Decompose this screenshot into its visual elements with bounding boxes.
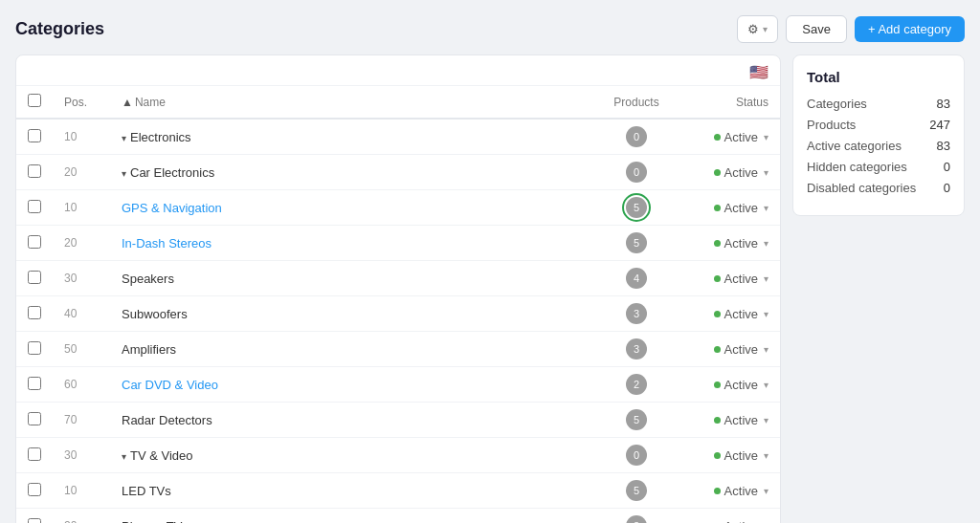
main-content: 🇺🇸 Pos. ▲ Name P <box>15 54 965 523</box>
sidebar-stat-label: Categories <box>807 97 867 111</box>
products-badge: 4 <box>626 268 647 289</box>
cell-status[interactable]: Active▾ <box>684 226 780 261</box>
cell-status[interactable]: Active▾ <box>684 403 780 438</box>
status-chevron-icon[interactable]: ▾ <box>764 450 768 461</box>
sidebar-stat-label: Products <box>807 118 856 132</box>
status-text: Active <box>724 130 758 144</box>
status-chevron-icon[interactable]: ▾ <box>764 380 768 390</box>
expand-icon[interactable]: ▾ <box>122 133 126 143</box>
category-name: Car Electronics <box>130 165 214 180</box>
th-checkbox <box>16 86 53 119</box>
products-badge: 5 <box>626 232 647 253</box>
flag-icon: 🇺🇸 <box>749 63 768 81</box>
products-badge: 0 <box>626 126 647 147</box>
cell-name[interactable]: GPS & Navigation <box>110 190 589 226</box>
cell-products[interactable]: 5 <box>589 190 684 226</box>
cell-status[interactable]: Active▾ <box>684 155 780 190</box>
cell-status[interactable]: Active▾ <box>684 119 780 155</box>
cell-name: ▾ Electronics <box>110 119 589 155</box>
cell-status[interactable]: Active▾ <box>684 332 780 367</box>
cell-pos: 30 <box>53 438 110 473</box>
category-name: Electronics <box>130 130 191 144</box>
sidebar-stat-value: 0 <box>944 181 950 195</box>
cell-products[interactable]: 5 <box>589 226 684 261</box>
status-text: Active <box>724 378 758 392</box>
th-products: Products <box>589 86 684 119</box>
save-button[interactable]: Save <box>786 15 847 43</box>
sidebar-stat-row: Active categories83 <box>807 139 950 153</box>
cell-products[interactable]: 5 <box>589 473 684 509</box>
cell-status[interactable]: Active▾ <box>684 261 780 296</box>
cell-products[interactable]: 3 <box>589 332 684 367</box>
row-checkbox[interactable] <box>28 341 41 355</box>
category-link[interactable]: Car DVD & Video <box>122 378 218 392</box>
status-dot <box>714 488 721 494</box>
category-name: Radar Detectors <box>122 413 212 427</box>
cell-name[interactable]: Car DVD & Video <box>110 367 589 403</box>
th-pos: Pos. <box>53 86 110 119</box>
sidebar-stat-value: 83 <box>937 97 950 111</box>
cell-products[interactable]: 4 <box>589 261 684 296</box>
th-name[interactable]: ▲ Name <box>110 86 589 119</box>
category-name: LED TVs <box>122 484 171 498</box>
category-link[interactable]: In-Dash Stereos <box>122 236 212 251</box>
cell-status[interactable]: Active▾ <box>684 509 780 524</box>
cell-status[interactable]: Active▾ <box>684 438 780 473</box>
status-dot <box>714 346 721 353</box>
cell-products[interactable]: 3 <box>589 509 684 524</box>
status-chevron-icon[interactable]: ▾ <box>764 344 768 355</box>
row-checkbox[interactable] <box>28 518 41 524</box>
category-link[interactable]: GPS & Navigation <box>122 201 222 215</box>
row-checkbox[interactable] <box>28 164 41 178</box>
status-chevron-icon[interactable]: ▾ <box>764 273 768 284</box>
cell-status[interactable]: Active▾ <box>684 296 780 332</box>
row-checkbox[interactable] <box>28 200 41 213</box>
status-chevron-icon[interactable]: ▾ <box>764 132 768 142</box>
row-checkbox[interactable] <box>28 412 41 425</box>
cell-products[interactable]: 3 <box>589 296 684 332</box>
cell-pos: 60 <box>53 367 110 403</box>
cell-status[interactable]: Active▾ <box>684 367 780 403</box>
cell-products[interactable]: 0 <box>589 155 684 190</box>
row-checkbox[interactable] <box>28 377 41 390</box>
cell-products[interactable]: 2 <box>589 367 684 403</box>
select-all-checkbox[interactable] <box>28 94 41 107</box>
status-chevron-icon[interactable]: ▾ <box>764 309 768 319</box>
status-chevron-icon[interactable]: ▾ <box>764 486 768 496</box>
products-badge: 0 <box>626 445 647 466</box>
cell-products[interactable]: 5 <box>589 403 684 438</box>
expand-icon[interactable]: ▾ <box>122 168 126 179</box>
cell-status[interactable]: Active▾ <box>684 190 780 226</box>
row-checkbox[interactable] <box>28 271 41 284</box>
status-chevron-icon[interactable]: ▾ <box>764 415 768 425</box>
expand-icon[interactable]: ▾ <box>122 451 126 462</box>
cell-name: ▾ Car Electronics <box>110 155 589 190</box>
cell-name: Subwoofers <box>110 296 589 332</box>
cell-products[interactable]: 0 <box>589 119 684 155</box>
categories-table: Pos. ▲ Name Products Status 10 <box>16 86 780 523</box>
sidebar-stat-value: 83 <box>937 139 950 153</box>
total-sidebar: Total Categories83Products247Active cate… <box>792 54 965 216</box>
row-checkbox[interactable] <box>28 447 41 461</box>
sidebar-title: Total <box>807 69 950 85</box>
status-text: Active <box>724 307 758 321</box>
status-dot <box>714 275 721 282</box>
row-checkbox[interactable] <box>28 483 41 496</box>
row-checkbox[interactable] <box>28 129 41 142</box>
flag-bar: 🇺🇸 <box>16 55 780 86</box>
cell-pos: 10 <box>53 119 110 155</box>
cell-pos: 30 <box>53 261 110 296</box>
status-chevron-icon[interactable]: ▾ <box>764 167 768 178</box>
row-checkbox[interactable] <box>28 306 41 319</box>
status-text: Active <box>724 413 758 427</box>
status-chevron-icon[interactable]: ▾ <box>764 238 768 249</box>
gear-button[interactable]: ⚙ ▾ <box>737 15 778 43</box>
cell-status[interactable]: Active▾ <box>684 473 780 509</box>
cell-products[interactable]: 0 <box>589 438 684 473</box>
row-checkbox[interactable] <box>28 235 41 249</box>
status-dot <box>714 452 721 459</box>
add-category-button[interactable]: + Add category <box>855 16 965 42</box>
status-chevron-icon[interactable]: ▾ <box>764 203 768 213</box>
cell-name[interactable]: In-Dash Stereos <box>110 226 589 261</box>
cell-name: LED TVs <box>110 473 589 509</box>
